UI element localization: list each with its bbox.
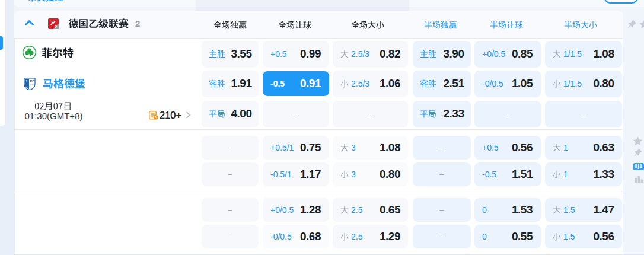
svg-text:1.: 1. — [26, 79, 29, 83]
svg-text:FC: FC — [30, 79, 36, 83]
svg-text:2: 2 — [55, 24, 57, 29]
